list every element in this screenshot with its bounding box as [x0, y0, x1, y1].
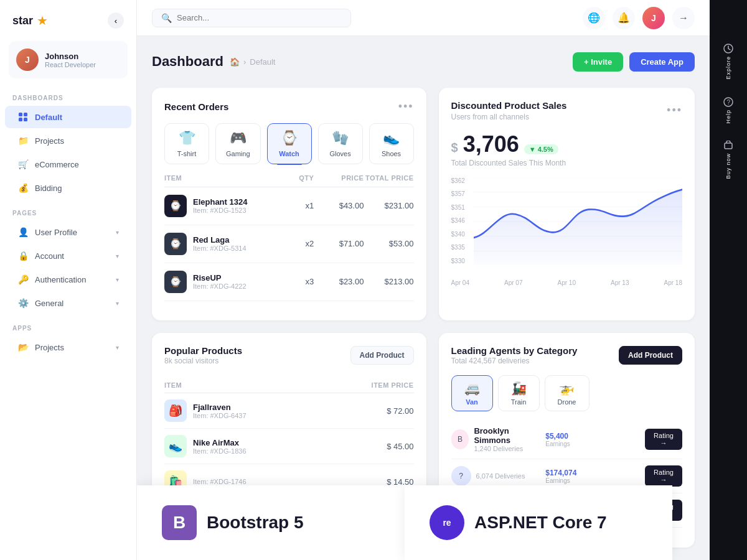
rating-button[interactable]: Rating → [645, 429, 682, 450]
agent-row: B Brooklyn Simmons 1,240 Deliveries $5,4… [451, 420, 682, 459]
sidebar-item-general[interactable]: ⚙️ General ▾ [5, 292, 131, 314]
sidebar-item-projects-app[interactable]: 📂 Projects ▾ [5, 336, 131, 358]
globe-button[interactable]: 🌐 [583, 7, 605, 29]
sidebar-item-account[interactable]: 🔒 Account ▾ [5, 245, 131, 267]
invite-button[interactable]: + Invite [573, 52, 623, 72]
topbar-right: 🌐 🔔 J → [583, 7, 695, 29]
tab-gloves[interactable]: 🧤 Gloves [318, 123, 363, 164]
sales-title: Discounted Product Sales [451, 100, 567, 111]
bidding-icon: 💰 [17, 182, 29, 194]
sidebar-item-bidding[interactable]: 💰 Bidding [5, 177, 131, 199]
item-thumbnail: 🎒 [164, 399, 187, 422]
item-info: 🎒 Fjallraven Item: #XDG-6437 [164, 399, 331, 422]
item-price: $23.00 [314, 277, 364, 286]
user-name: Johnson [45, 52, 96, 61]
sales-chart: $362 $357 $351 $346 $340 $335 $330 [451, 177, 682, 277]
item-thumbnail: ⌚ [164, 271, 187, 293]
item-qty: x1 [264, 201, 314, 210]
sales-badge: ▼ 4.5% [524, 144, 558, 154]
page-header: Dashboard 🏠 › Default + Invite Create Ap… [152, 49, 695, 75]
y-label: $351 [451, 204, 465, 211]
drone-icon: 🚁 [559, 381, 575, 396]
item-name: Red Laga [193, 235, 247, 245]
agent-tabs: 🚐 Van 🚂 Train 🚁 Drone [451, 375, 682, 411]
recent-orders-card: Recent Orders ••• 👕 T-shirt 🎮 Gaming ⌚ W… [152, 88, 426, 321]
sidebar-item-label: eCommerce [35, 160, 119, 169]
page-content: Dashboard 🏠 › Default + Invite Create Ap… [137, 36, 710, 560]
sales-number: 3,706 [463, 131, 519, 157]
bootstrap-banner[interactable]: B Bootstrap 5 [137, 485, 405, 560]
tab-label: Drone [558, 398, 576, 406]
account-icon: 🔒 [17, 250, 29, 261]
notification-button[interactable]: 🔔 [613, 7, 635, 29]
table-row: ⌚ Red Laga Item: #XDG-5314 x2 $71.00 $53… [164, 225, 414, 263]
category-tabs: 👕 T-shirt 🎮 Gaming ⌚ Watch 🧤 Gloves 👟 [164, 123, 414, 164]
logo-name: star [12, 14, 33, 27]
sidebar-item-default[interactable]: Default [5, 106, 131, 128]
sidebar-toggle-button[interactable]: ‹ [108, 12, 124, 29]
sidebar-item-ecommerce[interactable]: 🛒 eCommerce [5, 153, 131, 175]
col-price: PRICE [314, 174, 364, 182]
user-info: Johnson React Developer [45, 52, 96, 68]
apps-section-title: APPS [0, 315, 136, 335]
agent-tab-drone[interactable]: 🚁 Drone [545, 375, 590, 411]
bottom-banner: B Bootstrap 5 re ASP.NET Core 7 [137, 485, 672, 560]
tab-label: Shoes [382, 150, 401, 157]
pages-section-title: PAGES [0, 200, 136, 220]
agents-add-product-button[interactable]: Add Product [619, 346, 682, 365]
help-button[interactable]: ? Help [716, 91, 741, 130]
svg-rect-2 [19, 118, 22, 121]
breadcrumb-current: Default [250, 57, 275, 67]
item-thumbnail: ⌚ [164, 233, 187, 255]
topbar-avatar[interactable]: J [642, 7, 665, 29]
buy-now-label: Buy now [725, 153, 731, 179]
tab-tshirt[interactable]: 👕 T-shirt [164, 123, 209, 164]
y-label: $330 [451, 258, 465, 264]
item-name: RiseUP [193, 273, 247, 282]
buy-now-button[interactable]: Buy now [716, 134, 741, 185]
ecommerce-icon: 🛒 [17, 159, 29, 170]
agent-tab-van[interactable]: 🚐 Van [451, 375, 493, 411]
chevron-down-icon: ▾ [116, 344, 119, 351]
shoes-icon: 👟 [383, 130, 400, 146]
add-product-button[interactable]: Add Product [350, 346, 414, 365]
agent-avatar: ? [451, 466, 471, 486]
agent-name: Brooklyn Simmons [474, 426, 540, 445]
sidebar-item-label: Projects [35, 136, 119, 146]
x-label: Apr 18 [664, 279, 682, 286]
sidebar-item-user-profile[interactable]: 👤 User Profile ▾ [5, 221, 131, 243]
tab-gaming[interactable]: 🎮 Gaming [215, 123, 261, 164]
card-menu-icon[interactable]: ••• [667, 104, 682, 117]
page-header-right: + Invite Create App [573, 52, 695, 72]
user-card[interactable]: J Johnson React Developer [9, 41, 128, 78]
chevron-down-icon: ▾ [116, 253, 119, 259]
sidebar-item-label: Bidding [35, 184, 119, 193]
tab-watch[interactable]: ⌚ Watch [267, 123, 312, 164]
sidebar: star ★ ‹ J Johnson React Developer DASHB… [0, 0, 137, 560]
arrow-right-button[interactable]: → [672, 7, 695, 29]
item-thumbnail: ⌚ [164, 195, 187, 217]
tab-shoes[interactable]: 👟 Shoes [369, 123, 414, 164]
popular-products-subtitle: 8k social visitors [164, 357, 242, 365]
van-icon: 🚐 [464, 381, 480, 396]
search-box[interactable]: 🔍 [152, 9, 351, 27]
card-menu-icon[interactable]: ••• [398, 100, 414, 113]
create-app-button[interactable]: Create App [629, 52, 695, 72]
search-input[interactable] [177, 13, 342, 22]
item-thumbnail: 👟 [164, 435, 187, 457]
item-total: $213.00 [364, 277, 413, 286]
sidebar-item-label: Default [35, 113, 119, 122]
explore-button[interactable]: Explore [716, 37, 741, 86]
breadcrumb-separator: › [243, 57, 246, 67]
sidebar-logo: star ★ ‹ [0, 0, 136, 35]
sidebar-item-label: User Profile [35, 228, 110, 237]
sidebar-item-projects[interactable]: 📁 Projects [5, 129, 131, 152]
chart-y-axis: $362 $357 $351 $346 $340 $335 $330 [451, 177, 465, 264]
aspnet-banner[interactable]: re ASP.NET Core 7 [405, 485, 672, 560]
rating-button[interactable]: Rating → [645, 465, 682, 487]
sidebar-item-label: Account [35, 251, 110, 261]
sidebar-item-authentication[interactable]: 🔑 Authentication ▾ [5, 268, 131, 291]
x-label: Apr 04 [451, 279, 469, 286]
agent-tab-train[interactable]: 🚂 Train [498, 375, 540, 411]
item-sku: Item: #XDG-5314 [193, 245, 247, 252]
